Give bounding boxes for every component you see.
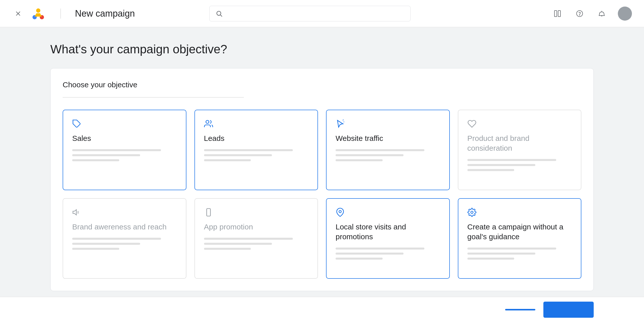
- local-store-label: Local store visits and promotions: [336, 222, 440, 242]
- objective-product-brand[interactable]: Product and brand consideration: [458, 110, 582, 190]
- leads-desc-lines: [204, 149, 309, 161]
- help-icon-button[interactable]: [574, 8, 586, 20]
- svg-point-25: [471, 211, 473, 214]
- brand-awareness-label: Brand awereness and reach: [72, 222, 177, 232]
- app-promotion-desc-lines: [204, 238, 309, 250]
- objective-leads[interactable]: Leads: [194, 110, 318, 190]
- objective-app-promotion[interactable]: App promotion: [194, 198, 318, 279]
- svg-line-17: [343, 120, 344, 120]
- header-title: New campaign: [75, 8, 135, 19]
- card-divider: [63, 97, 244, 98]
- heart-icon: [467, 119, 572, 128]
- svg-rect-10: [558, 11, 560, 17]
- cursor-icon: [336, 119, 440, 128]
- columns-icon-button[interactable]: [551, 8, 564, 20]
- leads-icon: [204, 119, 309, 128]
- header-actions: [551, 7, 632, 21]
- no-goal-desc-lines: [467, 248, 572, 260]
- search-icon: [216, 10, 223, 17]
- footer: [0, 297, 644, 322]
- user-avatar[interactable]: [618, 7, 632, 21]
- header-divider: [60, 9, 61, 19]
- objective-website-traffic[interactable]: Website traffic: [326, 110, 450, 190]
- product-brand-desc-lines: [467, 159, 572, 171]
- main-content: What's your campaign objective? Choose y…: [0, 27, 644, 306]
- website-traffic-label: Website traffic: [336, 133, 440, 143]
- svg-point-15: [206, 120, 209, 124]
- objective-local-store[interactable]: Local store visits and promotions: [326, 198, 450, 279]
- svg-point-12: [579, 15, 580, 15]
- objective-sales[interactable]: Sales: [63, 110, 186, 190]
- next-button[interactable]: [543, 302, 594, 318]
- no-goal-label: Create a campaign without a goal's guida…: [467, 222, 572, 242]
- speaker-icon: [72, 208, 177, 217]
- page-title: What's your campaign objective?: [50, 42, 594, 56]
- close-button[interactable]: [12, 8, 24, 20]
- svg-marker-20: [73, 210, 76, 215]
- search-bar[interactable]: [209, 6, 411, 21]
- local-store-desc-lines: [336, 248, 440, 260]
- svg-rect-9: [554, 11, 557, 17]
- header: New campaign: [0, 0, 644, 27]
- back-button[interactable]: [505, 309, 535, 310]
- gear-icon: [467, 208, 572, 217]
- objective-card-container: Choose your objective Sales: [50, 68, 594, 291]
- website-traffic-desc-lines: [336, 149, 440, 161]
- phone-icon: [204, 208, 309, 217]
- card-subtitle: Choose your objective: [63, 80, 581, 89]
- tag-icon: [72, 119, 177, 128]
- svg-point-24: [339, 211, 341, 213]
- sales-label: Sales: [72, 133, 177, 143]
- search-input[interactable]: [227, 10, 404, 18]
- svg-rect-22: [207, 209, 210, 216]
- svg-line-8: [220, 15, 222, 16]
- leads-label: Leads: [204, 133, 309, 143]
- objective-no-goal[interactable]: Create a campaign without a goal's guida…: [458, 198, 582, 279]
- notification-icon-button[interactable]: [596, 8, 608, 20]
- app-promotion-label: App promotion: [204, 222, 309, 232]
- svg-point-5: [36, 8, 41, 13]
- product-brand-label: Product and brand consideration: [467, 133, 572, 153]
- objective-brand-awareness[interactable]: Brand awereness and reach: [63, 198, 186, 279]
- logo: [32, 8, 44, 20]
- svg-point-7: [217, 11, 221, 15]
- pin-icon: [336, 208, 440, 217]
- objectives-grid: Sales Leads: [63, 110, 581, 279]
- sales-desc-lines: [72, 149, 177, 161]
- brand-awareness-desc-lines: [72, 238, 177, 250]
